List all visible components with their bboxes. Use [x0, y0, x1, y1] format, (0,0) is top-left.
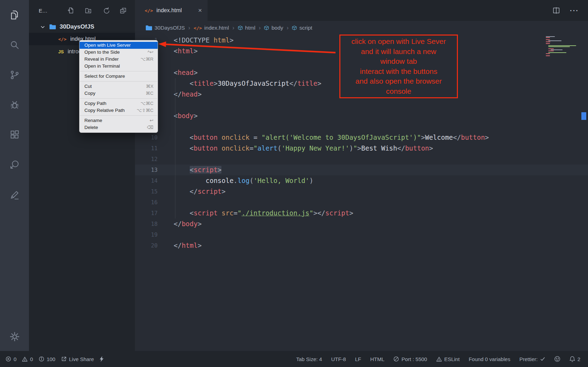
annotation-line: console	[342, 86, 455, 97]
line-number[interactable]: 10	[135, 132, 168, 143]
code-text: <body>	[168, 110, 198, 121]
status-feedback[interactable]	[554, 356, 560, 362]
menu-item-copy-path[interactable]: Copy Path⌥⌘C	[80, 100, 158, 107]
status-language-mode[interactable]: HTML	[370, 356, 384, 362]
menu-item-cut[interactable]: Cut⌘X	[80, 83, 158, 90]
tab-index-html[interactable]: </> index.html ×	[135, 0, 208, 21]
status-errors[interactable]: 0	[6, 356, 16, 362]
status-right: Tab Size: 4UTF-8LFHTMLPort : 5500ESLintF…	[296, 356, 580, 362]
menu-item-copy-relative-path[interactable]: Copy Relative Path⌥⇧⌘C	[80, 107, 158, 114]
warning-icon	[22, 357, 28, 362]
code-line-14[interactable]: 14 console.log('Hello, World')	[135, 175, 588, 186]
more-actions-icon[interactable]: ···	[570, 7, 579, 15]
line-number[interactable]: 18	[135, 219, 168, 229]
menu-item-reveal-in-finder[interactable]: Reveal in Finder⌥⌘R	[80, 56, 158, 63]
line-number[interactable]: 20	[135, 240, 168, 251]
line-number[interactable]: 14	[135, 175, 168, 186]
code-line-7[interactable]: 7	[135, 100, 588, 110]
status-variables[interactable]: Found 0 variables	[469, 356, 510, 362]
status-left: 00100Live Share	[6, 356, 104, 362]
code-text	[168, 154, 174, 165]
breadcrumb-item-body[interactable]: body	[264, 25, 283, 31]
line-number[interactable]: 16	[135, 197, 168, 208]
minimap[interactable]	[546, 36, 579, 58]
html-file-icon: </>	[145, 8, 153, 13]
bell-icon	[570, 356, 575, 362]
status-notifications[interactable]: 2	[570, 356, 580, 362]
code-line-10[interactable]: 10 <button onclick = "alert('Welcome to …	[135, 132, 588, 143]
status-live-server-port[interactable]: Port : 5500	[393, 356, 427, 362]
code-text	[168, 197, 174, 208]
share-icon	[61, 356, 67, 362]
breadcrumb-separator: ›	[188, 25, 190, 31]
context-menu: Open with Live ServerOpen to the Side^↩R…	[79, 40, 158, 133]
status-tab-size[interactable]: Tab Size: 4	[296, 356, 322, 362]
code-text	[168, 121, 174, 132]
code-line-9[interactable]: 9	[135, 121, 588, 132]
status-label: ESLint	[444, 356, 460, 362]
search-icon[interactable]	[5, 35, 24, 55]
breadcrumb-separator: ›	[286, 25, 289, 31]
settings-gear-icon[interactable]	[5, 327, 24, 347]
source-control-icon[interactable]	[5, 65, 24, 85]
breadcrumb-label: 30DaysOfJS	[154, 25, 185, 31]
live-share-icon[interactable]	[5, 155, 24, 175]
status-warnings[interactable]: 0	[22, 356, 33, 362]
menu-separator	[80, 115, 157, 116]
code-line-12[interactable]: 12	[135, 154, 588, 165]
code-line-17[interactable]: 17 <script src="./introduction.js"></scr…	[135, 208, 588, 219]
line-number[interactable]: 11	[135, 143, 168, 154]
menu-item-select-for-compare[interactable]: Select for Compare	[80, 73, 158, 80]
status-prettier[interactable]: Prettier:	[519, 356, 545, 362]
status-bolt[interactable]	[99, 356, 104, 362]
breadcrumb-item-index-html[interactable]: </>index.html	[194, 25, 229, 31]
code-line-15[interactable]: 15 </script>	[135, 186, 588, 197]
code-text	[168, 229, 174, 240]
code-line-20[interactable]: 20</html>	[135, 240, 588, 251]
new-folder-icon[interactable]	[85, 7, 92, 14]
line-number[interactable]: 19	[135, 229, 168, 240]
code-line-13[interactable]: 13 <script>	[135, 165, 588, 175]
menu-item-open-with-live-server[interactable]: Open with Live Server	[80, 42, 158, 49]
code-line-8[interactable]: 8<body>	[135, 110, 588, 121]
status-label: Live Share	[69, 356, 94, 362]
warning-icon	[436, 357, 442, 362]
menu-item-open-to-the-side[interactable]: Open to the Side^↩	[80, 49, 158, 56]
status-encoding[interactable]: UTF-8	[331, 356, 346, 362]
status-eol[interactable]: LF	[355, 356, 361, 362]
status-eslint[interactable]: ESLint	[436, 356, 460, 362]
explorer-icon[interactable]	[5, 5, 24, 25]
breadcrumb-item-30daysofjs[interactable]: 30DaysOfJS	[145, 25, 185, 31]
annotation-line: interact with the buttons	[342, 67, 455, 77]
menu-item-delete[interactable]: Delete⌫	[80, 124, 158, 131]
new-file-icon[interactable]	[67, 7, 74, 14]
extensions-icon[interactable]	[5, 125, 24, 145]
breadcrumb-item-html[interactable]: html	[238, 25, 255, 31]
code-line-18[interactable]: 18</body>	[135, 219, 588, 229]
menu-item-rename[interactable]: Rename↩	[80, 117, 158, 124]
breadcrumb-item-script[interactable]: script	[292, 25, 312, 31]
run-debug-icon[interactable]	[5, 95, 24, 115]
code-line-16[interactable]: 16	[135, 197, 588, 208]
activity-bar	[0, 0, 29, 351]
pen-icon[interactable]	[5, 185, 24, 205]
code-line-11[interactable]: 11 <button onclick="alert('Happy New Yea…	[135, 143, 588, 154]
split-editor-icon[interactable]	[552, 7, 560, 14]
folder-icon	[49, 24, 56, 30]
refresh-icon[interactable]	[102, 7, 109, 14]
cube-icon	[238, 25, 243, 30]
collapse-all-icon[interactable]	[120, 7, 127, 14]
line-number[interactable]: 15	[135, 186, 168, 197]
status-infos[interactable]: 100	[39, 356, 55, 362]
menu-item-copy[interactable]: Copy⌘C	[80, 90, 158, 97]
close-tab-icon[interactable]: ×	[198, 7, 202, 14]
status-live-share[interactable]: Live Share	[61, 356, 94, 362]
info-icon	[39, 356, 44, 362]
line-number[interactable]: 12	[135, 154, 168, 165]
line-number[interactable]: 13	[135, 165, 168, 175]
menu-item-open-in-terminal[interactable]: Open in Terminal	[80, 63, 158, 70]
breadcrumb-separator: ›	[232, 25, 234, 31]
code-line-19[interactable]: 19	[135, 229, 588, 240]
line-number[interactable]: 17	[135, 208, 168, 219]
tree-root-folder[interactable]: 30DaysOfJS	[29, 21, 135, 33]
